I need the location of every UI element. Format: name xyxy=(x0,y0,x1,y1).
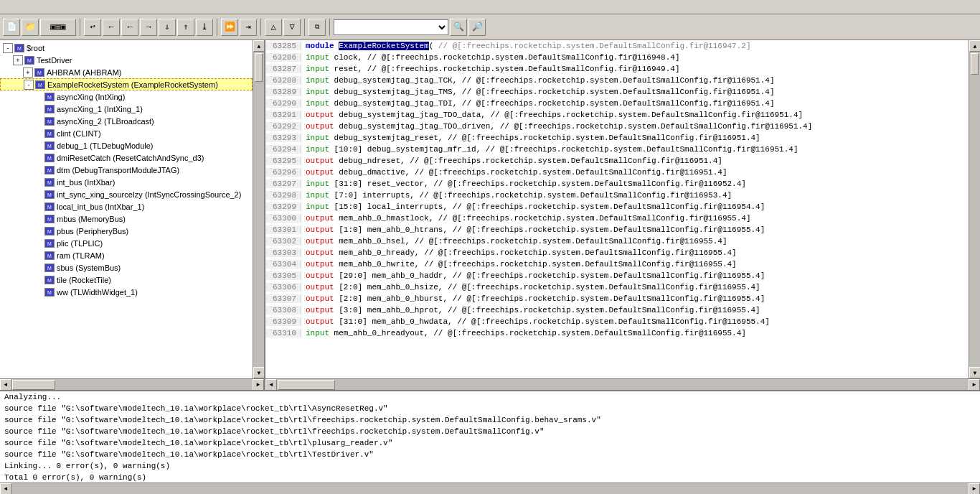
code-line-63297[interactable]: 63297 input [31:0] reset_vector, // @[:f… xyxy=(265,178,969,190)
code-hscroll-left[interactable]: ◄ xyxy=(265,379,277,391)
tree-item-dtm[interactable]: Mdtm (DebugTransportModuleJTAG) xyxy=(0,164,253,176)
code-line-63295[interactable]: 63295 output debug_ndreset, // @[:freech… xyxy=(265,155,969,167)
tree-item-asyncxing[interactable]: MasyncXing (IntXing) xyxy=(0,90,253,103)
code-line-63287[interactable]: 63287 input reset, // @[:freechips.rocke… xyxy=(265,63,969,75)
code-line-63301[interactable]: 63301 output [1:0] mem_ahb_0_htrans, // … xyxy=(265,224,969,236)
tree-item-ww[interactable]: Mww (TLWidthWidget_1) xyxy=(0,286,253,298)
copy-button[interactable]: ⧉ xyxy=(308,19,326,36)
tree-item-debug1[interactable]: Mdebug_1 (TLDebugModule) xyxy=(0,139,253,152)
arrow-btn-5[interactable]: ⇑ xyxy=(177,19,194,36)
code-line-63296[interactable]: 63296 output debug_dmactive, // @[:freec… xyxy=(265,167,969,178)
code-line-63288[interactable]: 63288 input debug_systemjtag_jtag_TCK, /… xyxy=(265,75,969,86)
code-line-63299[interactable]: 63299 input [15:0] local_interrupts, // … xyxy=(265,201,969,213)
menu-trace[interactable] xyxy=(27,6,36,9)
code-line-63303[interactable]: 63303 output mem_ahb_0_hready, // @[:fre… xyxy=(265,247,969,258)
code-line-63305[interactable]: 63305 output [29:0] mem_ahb_0_haddr, // … xyxy=(265,270,969,281)
tree-item-ahbram[interactable]: +MAHBRAM (AHBRAM) xyxy=(0,66,253,78)
code-line-63304[interactable]: 63304 output mem_ahb_0_hwrite, // @[:fre… xyxy=(265,258,969,270)
code-line-63286[interactable]: 63286 input clock, // @[:freechips.rocke… xyxy=(265,52,969,63)
tree-hscroll-left[interactable]: ◄ xyxy=(0,379,11,391)
tree-item-root[interactable]: -M$root xyxy=(0,42,253,54)
undo-button[interactable]: ↩ xyxy=(84,19,101,36)
search-btn-2[interactable]: 🔎 xyxy=(468,19,486,36)
code-scroll-thumb[interactable] xyxy=(971,53,979,75)
tree-item-examplerocketsystem[interactable]: -MExampleRocketSystem (ExampleRocketSyst… xyxy=(0,78,253,90)
save-button[interactable]: ▣▤▣ xyxy=(40,19,76,36)
code-line-63308[interactable]: 63308 output [3:0] mem_ahb_0_hprot, // @… xyxy=(265,304,969,316)
tree-expander-root[interactable]: - xyxy=(3,43,13,53)
tree-item-clint[interactable]: Mclint (CLINT) xyxy=(0,127,253,139)
tree-item-ram[interactable]: Mram (TLRAM) xyxy=(0,249,253,261)
code-scroll-down[interactable]: ▼ xyxy=(969,367,980,378)
tree-item-tile[interactable]: Mtile (RocketTile) xyxy=(0,274,253,286)
code-scroll-up[interactable]: ▲ xyxy=(969,40,980,52)
tree-scroll-down[interactable]: ▼ xyxy=(253,367,264,378)
tree-icon-sbus: M xyxy=(44,264,55,272)
menu-file[interactable] xyxy=(1,6,10,9)
menu-source[interactable] xyxy=(19,6,27,9)
code-hscroll-thumb[interactable] xyxy=(278,380,335,390)
tree-item-sbus[interactable]: Msbus (SystemBus) xyxy=(0,261,253,274)
console-hscroll-left[interactable]: ◄ xyxy=(0,483,11,495)
menu-tools[interactable] xyxy=(36,6,44,9)
tree-icon-root: M xyxy=(14,44,24,52)
tree-icon-dmiresetcatch: M xyxy=(44,154,55,162)
tree-item-dmiresetcatch[interactable]: MdmiResetCatch (ResetCatchAndSync_d3) xyxy=(0,152,253,164)
code-line-63292[interactable]: 63292 output debug_systemjtag_jtag_TDO_d… xyxy=(265,121,969,132)
code-line-63309[interactable]: 63309 output [31:0] mem_ahb_0_hwdata, //… xyxy=(265,316,969,327)
tree-label-root: $root xyxy=(27,44,44,52)
tree-item-asyncxing1[interactable]: MasyncXing_1 (IntXing_1) xyxy=(0,103,253,115)
instance-dropdown[interactable] xyxy=(334,19,448,35)
search-btn-1[interactable]: 🔍 xyxy=(450,19,467,36)
tree-item-testdriver[interactable]: +MTestDriver xyxy=(0,54,253,66)
up-button[interactable]: △ xyxy=(265,19,282,36)
step2-button[interactable]: ⇥ xyxy=(240,19,257,36)
code-view[interactable]: 63285module ExampleRocketSystem( // @[:f… xyxy=(265,40,969,378)
code-line-63300[interactable]: 63300 output mem_ahb_0_hmastlock, // @[:… xyxy=(265,213,969,224)
tree-hscroll-right[interactable]: ► xyxy=(253,379,264,391)
tree-view: -M$root+MTestDriver+MAHBRAM (AHBRAM)-MEx… xyxy=(0,40,253,378)
code-line-63294[interactable]: 63294 input [10:0] debug_systemjtag_mfr_… xyxy=(265,144,969,155)
tree-scroll-thumb[interactable] xyxy=(255,53,263,82)
tree-item-pbus[interactable]: Mpbus (PeripheryBus) xyxy=(0,225,253,237)
arrow-btn-4[interactable]: ⇓ xyxy=(159,19,176,36)
arrow-btn-6[interactable]: ⤓ xyxy=(196,19,213,36)
tree-expander-examplerocketsystem[interactable]: - xyxy=(24,80,34,90)
tree-icon-clint: M xyxy=(44,129,55,138)
tree-expander-testdriver[interactable]: + xyxy=(13,55,23,65)
code-line-63306[interactable]: 63306 output [2:0] mem_ahb_0_hsize, // @… xyxy=(265,281,969,293)
down-button[interactable]: ▽ xyxy=(283,19,301,36)
code-line-63290[interactable]: 63290 input debug_systemjtag_jtag_TDI, /… xyxy=(265,98,969,109)
code-line-63307[interactable]: 63307 output [2:0] mem_ahb_0_hburst, // … xyxy=(265,293,969,304)
tree-item-tlbroadcast[interactable]: MasyncXing_2 (TLBroadcast) xyxy=(0,115,253,127)
step-button[interactable]: ⏩ xyxy=(221,19,238,36)
code-line-63289[interactable]: 63289 input debug_systemjtag_jtag_TMS, /… xyxy=(265,86,969,98)
menu-window[interactable] xyxy=(44,6,53,9)
arrow-btn-1[interactable]: ← xyxy=(103,19,120,36)
arrow-btn-3[interactable]: → xyxy=(140,19,157,36)
tree-icon-asyncxing: M xyxy=(44,93,55,101)
tree-item-plic[interactable]: Mplic (TLPLIC) xyxy=(0,237,253,249)
arrow-btn-2[interactable]: ← xyxy=(121,19,138,36)
code-line-63285[interactable]: 63285module ExampleRocketSystem( // @[:f… xyxy=(265,40,969,52)
tree-item-intbus[interactable]: Mint_bus (IntXbar) xyxy=(0,176,253,188)
code-line-63298[interactable]: 63298 input [7:0] interrupts, // @[:free… xyxy=(265,190,969,201)
menu-view[interactable] xyxy=(10,6,19,9)
code-line-63291[interactable]: 63291 output debug_systemjtag_jtag_TDO_d… xyxy=(265,109,969,121)
tree-hscroll-thumb[interactable] xyxy=(12,380,55,390)
line-code-63294: input [10:0] debug_systemjtag_mfr_id, //… xyxy=(301,145,798,154)
tree-scroll-up[interactable]: ▲ xyxy=(253,40,264,52)
new-button[interactable]: 📄 xyxy=(3,19,20,36)
code-hscroll-right[interactable]: ► xyxy=(969,379,980,391)
menu-help[interactable] xyxy=(53,6,62,9)
code-line-63293[interactable]: 63293 input debug_systemjtag_reset, // @… xyxy=(265,132,969,144)
console-hscroll-right[interactable]: ► xyxy=(969,483,980,495)
tree-item-intsyncxing[interactable]: Mint_sync_xing_sourceIzy (IntSyncCrossin… xyxy=(0,188,253,200)
tree-item-mbus[interactable]: Mmbus (MemoryBus) xyxy=(0,213,253,225)
code-line-63302[interactable]: 63302 output mem_ahb_0_hsel, // @[:freec… xyxy=(265,236,969,247)
tree-icon-tile: M xyxy=(44,276,55,284)
tree-expander-ahbram[interactable]: + xyxy=(23,67,33,78)
open-button[interactable]: 📁 xyxy=(22,19,39,36)
code-line-63310[interactable]: 63310 input mem_ahb_0_hreadyout, // @[:f… xyxy=(265,327,969,339)
tree-item-localintbus[interactable]: Mlocal_int_bus (IntXbar_1) xyxy=(0,200,253,213)
